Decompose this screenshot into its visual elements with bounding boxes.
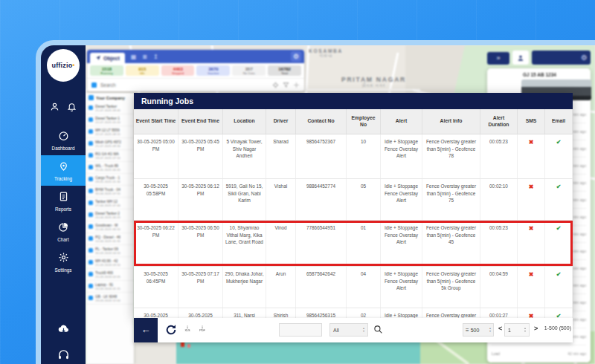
page-number-value: 1 xyxy=(508,328,511,333)
driver-chip[interactable] xyxy=(512,51,529,65)
vehicle-list-item[interactable]: Laptop - 91 20-03-2024 01:15 xyxy=(86,281,134,293)
sidebar-item-chart[interactable]: Chart xyxy=(41,216,86,247)
main-content: KOSAMBA કોસંબા PRITAM NAGAR પ્રીતમ નગર O… xyxy=(86,45,595,364)
vehicle-list-item[interactable]: Goodsvan - M 15-04-2025 06:50 xyxy=(86,221,134,233)
status-chip-stopped[interactable]: 4463 Stopped xyxy=(161,65,195,76)
bell-icon[interactable] xyxy=(67,101,77,114)
sidebar-nav: Dashboard Tracking Reports Chart Setting… xyxy=(41,125,86,277)
vehicle-list-item[interactable]: RG GA 4G WA 19-07-2025 07:10 xyxy=(86,150,134,162)
status-chip-running[interactable]: 1518 Running xyxy=(90,65,123,76)
sms-cross-icon: ✖ xyxy=(529,183,534,192)
vehicle-list-item[interactable]: Cargo Truck - 1 09-05-2025 01:30 xyxy=(86,174,134,186)
vehicle-list-item[interactable]: Diesel Tanker 1 22-07-2025 05:20 xyxy=(86,114,134,126)
company-row[interactable]: Your Company xyxy=(86,93,134,103)
running-jobs-modal: Running Jobs Event Start TimeEvent End T… xyxy=(134,93,573,318)
filter-select[interactable]: All ▴▾ xyxy=(329,323,368,337)
back-button[interactable]: ← xyxy=(134,318,158,342)
checkbox-icon[interactable] xyxy=(89,177,93,181)
checkbox-icon[interactable] xyxy=(89,236,93,241)
vehicle-list-item[interactable]: WIL - Truck 89 21-05-2025 06:45 xyxy=(86,162,134,174)
vehicle-list-item[interactable]: GB - LK 6048 19-03-2024 12:00 xyxy=(86,293,134,305)
email-check-icon: ✔ xyxy=(556,183,562,192)
checkbox-icon[interactable] xyxy=(89,129,93,134)
column-header: Contact No xyxy=(296,109,347,134)
checkbox-icon[interactable] xyxy=(89,224,93,229)
column-header: Employee No xyxy=(347,109,381,134)
spinner-icon: ▴▾ xyxy=(489,327,491,333)
vehicle-list-item[interactable]: Diesel Tanker 21-07-2025 09:45 xyxy=(86,103,134,114)
status-chips: 1518 Running 915 Idle 4463 Stopped 3670 … xyxy=(87,63,304,78)
vehicle-list-item[interactable]: BHW Truck - 04 30-04-2025 07:55 xyxy=(86,186,134,198)
prev-page-button[interactable]: < xyxy=(498,325,502,332)
sidebar-item-tracking[interactable]: Tracking xyxy=(41,155,86,186)
user-icon[interactable] xyxy=(50,101,60,114)
app-window: uffizio• Dashboard Tracking Reports xyxy=(36,40,595,364)
headphones-icon[interactable] xyxy=(57,348,70,364)
checkbox-icon[interactable] xyxy=(89,260,93,264)
status-chip-no-data[interactable]: 357 No Data xyxy=(232,65,266,76)
status-chip-total[interactable]: 16782 Total xyxy=(268,65,301,76)
screen: uffizio• Dashboard Tracking Reports xyxy=(0,0,595,364)
search-icon[interactable] xyxy=(373,325,383,334)
next-page-button[interactable]: > xyxy=(534,325,538,332)
expand-panel-button[interactable]: » xyxy=(487,52,509,65)
checkbox-icon[interactable] xyxy=(89,272,93,276)
download-xls-button[interactable]: ↓ XLS xyxy=(181,325,193,337)
checkbox-icon[interactable] xyxy=(89,201,93,205)
sidebar-item-reports[interactable]: Reports xyxy=(41,186,86,216)
vehicle-list-item[interactable]: Truck9 466 21-03-2024 02:05 xyxy=(86,269,134,281)
checkbox-icon[interactable] xyxy=(89,248,93,253)
filter-funnel-icon[interactable] xyxy=(283,82,289,88)
navigation-arrow-icon xyxy=(95,55,101,61)
vehicle-list-item[interactable]: PQ - Diesel - 46 10-04-2025 05:35 xyxy=(86,233,134,245)
share-tab-icon[interactable]: ↥ xyxy=(153,53,158,60)
checkbox-icon[interactable] xyxy=(89,117,93,122)
download-pdf-button[interactable]: ↓ PDF xyxy=(196,325,208,337)
logo-dot: • xyxy=(72,62,74,69)
checkbox-icon[interactable] xyxy=(89,105,93,110)
vehicle-list-item[interactable]: MH 12 LT 5559 22-07-2025 08:15 xyxy=(86,126,134,138)
uffizio-logo: uffizio• xyxy=(47,49,80,82)
vehicle-tab-icon[interactable]: ▦ xyxy=(131,53,137,60)
table-search-input[interactable] xyxy=(279,323,322,337)
refresh-icon[interactable] xyxy=(165,324,177,336)
sidebar-item-dashboard[interactable]: Dashboard xyxy=(41,125,86,155)
select-all-checkbox[interactable] xyxy=(91,82,97,88)
vehicle-list-item[interactable]: MH 43.96 - 42 21-03-2024 03:10 xyxy=(86,257,134,269)
checkbox-icon[interactable] xyxy=(89,284,93,288)
table-row[interactable]: 30-05-202530-05-2025311, NarsiShirish985… xyxy=(134,308,573,318)
vehicle-list-item[interactable]: PL - Tanker 09 30-03-2024 04:20 xyxy=(86,245,134,257)
company-checkbox[interactable] xyxy=(89,95,94,100)
vehicle-list-item[interactable]: Diesel Tanker 2 20-04-2025 06:25 xyxy=(86,209,134,221)
checkbox-icon[interactable] xyxy=(89,153,93,157)
table-row[interactable]: 30-05-2025 06:45PM30-05-2025 07:17 PM290… xyxy=(134,267,573,308)
list-tab-icon[interactable]: ≣ xyxy=(142,53,147,60)
status-chip-inactive[interactable]: 3670 Inactive xyxy=(196,65,230,76)
sidebar-item-label: Settings xyxy=(55,267,72,273)
checkbox-icon[interactable] xyxy=(89,212,93,217)
pagination-range: 1-500 (500) xyxy=(544,325,571,331)
settings-small-icon[interactable] xyxy=(293,82,300,88)
vehicle-list-item[interactable]: Tanker MH 12 27-04-2025 07:40 xyxy=(86,198,134,209)
sidebar-item-settings[interactable]: Settings xyxy=(41,247,86,277)
page-number-input[interactable]: 1 ▴▾ xyxy=(504,323,530,337)
checkbox-icon[interactable] xyxy=(89,165,93,169)
page-size-select[interactable]: ≡ 500 ▴▾ xyxy=(463,323,494,337)
cloud-download-icon[interactable] xyxy=(57,322,70,338)
panel-gear-icon[interactable]: ⚙ xyxy=(291,51,301,62)
crosshair-icon[interactable] xyxy=(272,82,279,88)
tracking-icon xyxy=(58,160,69,175)
checkbox-icon[interactable] xyxy=(89,141,93,146)
checkbox-icon[interactable] xyxy=(89,296,93,300)
table-row[interactable]: 30-05-2025 06:22 PM30-05-2025 06:50 PM10… xyxy=(134,221,573,267)
checkbox-icon[interactable] xyxy=(89,189,93,193)
vehicle-list-item[interactable]: Mksh GPS 4972 21-07-2025 09:30 xyxy=(86,138,134,150)
table-row[interactable]: 30-05-2025 05:58PM30-05-2025 06:12 PM591… xyxy=(134,179,573,221)
status-chip-idle[interactable]: 915 Idle xyxy=(126,65,159,76)
table-row[interactable]: 30-05-2025 05:00 PM30-05-2025 05:45 PM5 … xyxy=(134,134,573,179)
sms-cross-icon: ✖ xyxy=(529,312,534,318)
tab-object[interactable]: Object xyxy=(90,53,125,63)
email-check-icon: ✔ xyxy=(556,270,562,279)
map-settings-gear-icon[interactable]: ⚙ xyxy=(581,53,588,62)
object-search-input[interactable] xyxy=(100,82,268,88)
